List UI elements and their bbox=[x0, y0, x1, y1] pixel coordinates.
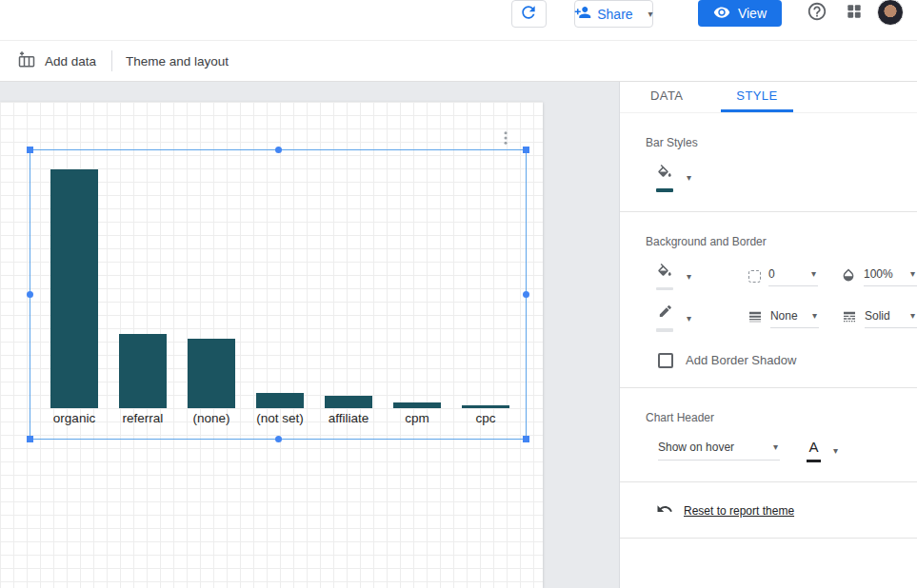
bar-chart[interactable]: organicreferral(none)(not set)affiliatec… bbox=[30, 150, 526, 439]
topbar: Share ▾ View bbox=[0, 0, 917, 41]
theme-layout-button[interactable]: Theme and layout bbox=[126, 54, 229, 69]
header-visibility-select[interactable]: Show on hover ▾ bbox=[658, 441, 780, 461]
background-border-title: Background and Border bbox=[620, 235, 917, 248]
properties-panel: DATA STYLE Bar Styles ▾ bbox=[619, 82, 917, 588]
avatar[interactable] bbox=[877, 0, 904, 26]
workspace: organicreferral(none)(not set)affiliatec… bbox=[0, 82, 917, 588]
panel-footer: Reset to report theme bbox=[620, 482, 917, 538]
chart-header-title: Chart Header bbox=[620, 411, 917, 424]
eye-icon bbox=[713, 4, 730, 24]
bar-affiliate bbox=[325, 396, 372, 408]
chart-column: (none) bbox=[177, 339, 246, 427]
share-dropdown-caret[interactable]: ▾ bbox=[648, 10, 653, 19]
bar-styles-title: Bar Styles bbox=[620, 136, 917, 149]
help-button[interactable] bbox=[803, 0, 831, 27]
chart-column: affiliate bbox=[314, 396, 383, 427]
resize-handle-bottom-right[interactable] bbox=[523, 436, 529, 442]
tab-data[interactable]: DATA bbox=[635, 82, 698, 112]
add-data-icon bbox=[17, 50, 36, 72]
header-visibility-value: Show on hover bbox=[658, 441, 734, 454]
bar-fill-color-button[interactable] bbox=[656, 165, 673, 192]
apps-grid-button[interactable] bbox=[840, 0, 868, 27]
opacity-icon bbox=[841, 267, 856, 286]
view-button[interactable]: View bbox=[698, 0, 782, 27]
dropdown-caret-icon: ▾ bbox=[910, 269, 915, 279]
border-style-value: Solid bbox=[865, 309, 890, 323]
chart-selection[interactable]: organicreferral(none)(not set)affiliatec… bbox=[30, 149, 527, 440]
undo-icon bbox=[656, 500, 673, 521]
bar-fill-caret[interactable]: ▾ bbox=[687, 173, 691, 183]
border-color-button[interactable] bbox=[656, 305, 673, 332]
dropdown-caret-icon: ▾ bbox=[773, 442, 778, 452]
bar-category-label: organic bbox=[53, 408, 95, 427]
tab-style[interactable]: STYLE bbox=[721, 82, 792, 112]
resize-handle-middle-left[interactable] bbox=[27, 291, 33, 298]
toolbar-divider bbox=[111, 50, 112, 71]
border-weight-dropdown[interactable]: None ▾ bbox=[770, 309, 819, 328]
bar-notset bbox=[256, 393, 304, 408]
resize-handle-top-left[interactable] bbox=[27, 147, 33, 153]
person-add-icon bbox=[574, 4, 591, 25]
bar-styles-section: Bar Styles ▾ bbox=[620, 113, 917, 211]
add-data-label: Add data bbox=[45, 54, 96, 69]
chart-options-menu[interactable] bbox=[497, 128, 514, 147]
refresh-icon bbox=[519, 3, 538, 25]
dropdown-caret-icon: ▾ bbox=[811, 269, 816, 279]
dropdown-caret-icon: ▾ bbox=[812, 311, 817, 321]
resize-handle-top-center[interactable] bbox=[275, 147, 282, 153]
background-border-section: Background and Border ▾ 0 bbox=[620, 212, 917, 387]
view-label: View bbox=[738, 6, 767, 21]
resize-handle-bottom-center[interactable] bbox=[275, 436, 282, 442]
header-text-color-button[interactable]: A ▾ bbox=[807, 440, 838, 462]
background-color-strip bbox=[656, 287, 673, 291]
theme-layout-label: Theme and layout bbox=[126, 54, 229, 69]
chart-header-section: Chart Header Show on hover ▾ A ▾ bbox=[620, 388, 917, 481]
share-button[interactable]: Share ▾ bbox=[574, 0, 653, 28]
corner-radius-value: 0 bbox=[768, 267, 775, 281]
text-color-icon: A bbox=[808, 440, 818, 454]
resize-handle-top-right[interactable] bbox=[523, 147, 529, 153]
border-shadow-checkbox[interactable] bbox=[658, 353, 673, 368]
bar-organic bbox=[50, 169, 98, 408]
bar-category-label: referral bbox=[123, 408, 164, 427]
share-label: Share bbox=[597, 7, 632, 22]
background-fill-color-button[interactable] bbox=[656, 264, 673, 291]
opacity-value: 100% bbox=[864, 267, 893, 281]
report-editor-app: Share ▾ View bbox=[0, 0, 917, 588]
background-fill-caret[interactable]: ▾ bbox=[687, 272, 691, 282]
resize-handle-middle-right[interactable] bbox=[523, 291, 529, 298]
bar-category-label: affiliate bbox=[329, 408, 369, 427]
refresh-button[interactable] bbox=[511, 0, 547, 28]
text-color-caret[interactable]: ▾ bbox=[833, 446, 838, 456]
line-style-icon bbox=[842, 309, 857, 328]
bar-category-label: (not set) bbox=[256, 408, 304, 427]
panel-tabs: DATA STYLE bbox=[620, 82, 917, 113]
chart-column: cpc bbox=[451, 405, 520, 427]
bar-category-label: (none) bbox=[192, 408, 229, 427]
resize-handle-bottom-left[interactable] bbox=[27, 436, 33, 442]
panel-divider bbox=[620, 538, 917, 539]
border-weight-value: None bbox=[770, 309, 798, 323]
help-icon bbox=[807, 1, 827, 25]
dropdown-caret-icon: ▾ bbox=[910, 311, 915, 321]
bar-category-label: cpc bbox=[475, 408, 495, 427]
chart-column: (not set) bbox=[246, 393, 314, 427]
report-canvas[interactable]: organicreferral(none)(not set)affiliatec… bbox=[0, 102, 543, 588]
kebab-menu-icon bbox=[497, 134, 514, 150]
chart-column: referral bbox=[109, 334, 177, 427]
chart-column: organic bbox=[40, 169, 109, 427]
border-color-strip bbox=[656, 328, 673, 332]
add-data-button[interactable]: Add data bbox=[17, 50, 96, 72]
paint-bucket-icon bbox=[656, 264, 673, 284]
corner-radius-dropdown[interactable]: 0 ▾ bbox=[768, 267, 818, 286]
border-color-caret[interactable]: ▾ bbox=[687, 314, 691, 323]
reset-theme-link[interactable]: Reset to report theme bbox=[684, 504, 794, 518]
border-pen-icon bbox=[657, 305, 673, 325]
opacity-dropdown[interactable]: 100% ▾ bbox=[864, 267, 917, 286]
apps-grid-icon bbox=[845, 2, 864, 24]
paint-bucket-icon bbox=[656, 165, 673, 186]
border-style-dropdown[interactable]: Solid ▾ bbox=[865, 309, 917, 328]
toolbar: Add data Theme and layout bbox=[0, 41, 917, 82]
bar-category-label: cpm bbox=[405, 408, 429, 427]
bar-referral bbox=[119, 334, 167, 408]
